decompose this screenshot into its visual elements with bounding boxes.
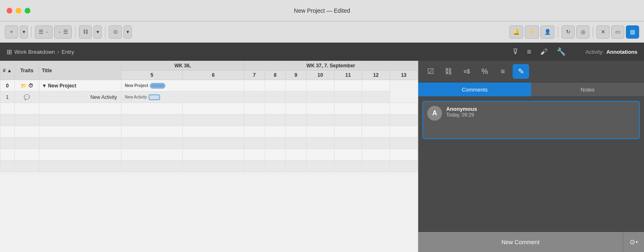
secondary-toolbar: ⊞ Work Breakdown › Entry ⊽ ≡ 🖌 🔧 Activit… xyxy=(0,43,644,61)
row-0-col9 xyxy=(286,80,307,92)
indent-in-button[interactable]: ☰→ xyxy=(35,25,53,39)
empty-cell xyxy=(334,149,362,160)
main-content: # ▲ Traits Title WK 36, WK 37, 7. Septem… xyxy=(0,61,644,252)
row-0-col12 xyxy=(362,80,390,92)
emoji-chevron-icon: ▾ xyxy=(126,29,129,35)
empty-cell xyxy=(121,149,182,160)
indent-out-button[interactable]: ←☰ xyxy=(54,25,72,39)
brush-button[interactable]: 🖌 xyxy=(537,46,551,58)
tab-link-button[interactable]: ⛓ xyxy=(440,64,457,79)
maximize-button[interactable] xyxy=(25,8,30,14)
empty-cell xyxy=(14,137,39,149)
hash-header: # ▲ xyxy=(0,61,15,80)
link-dropdown-button[interactable]: ▾ xyxy=(94,25,102,39)
chevron-down-icon: ▾ xyxy=(23,29,25,35)
empty-cell xyxy=(183,115,244,126)
person-button[interactable]: 👤 xyxy=(541,25,555,39)
notes-tab-label: Notes xyxy=(581,87,595,93)
empty-cell xyxy=(244,137,265,149)
tab-comments[interactable]: Comments xyxy=(418,82,531,96)
separator-2 xyxy=(75,26,76,38)
col-9: 9 xyxy=(286,71,307,80)
notification-group: 🔔 ⚡ 👤 xyxy=(509,25,555,39)
wbs-icon: ⊞ xyxy=(7,48,12,56)
breadcrumb-part2: Entry xyxy=(62,49,74,55)
empty-cell xyxy=(286,149,307,160)
add-button[interactable]: + xyxy=(5,25,18,39)
indent-in-arrow: → xyxy=(45,30,49,34)
empty-cell xyxy=(0,126,15,137)
sync-group: ↻ ◎ xyxy=(561,25,589,39)
new-comment-button[interactable]: New Comment xyxy=(418,232,623,252)
emoji-group: ⊙ ▾ xyxy=(109,25,132,39)
link-icon: ⛓ xyxy=(445,67,452,76)
sidebar-button[interactable]: ▧ xyxy=(626,25,639,39)
empty-cell xyxy=(390,115,418,126)
breadcrumb: ⊞ Work Breakdown › Entry xyxy=(7,48,509,56)
sync-button[interactable]: ↻ xyxy=(561,25,575,39)
empty-cell xyxy=(39,160,121,172)
empty-cell xyxy=(121,103,182,115)
add-group: + ▾ xyxy=(5,25,28,39)
empty-cell xyxy=(286,103,307,115)
list-icon: ≡ xyxy=(501,67,505,76)
col-8: 8 xyxy=(265,71,286,80)
lightning-button[interactable]: ⚡ xyxy=(525,25,539,39)
screen-button[interactable]: ▭ xyxy=(611,25,624,39)
compass-button[interactable]: ◎ xyxy=(576,25,589,39)
empty-cell xyxy=(306,160,334,172)
bell-button[interactable]: 🔔 xyxy=(509,25,523,39)
compass-icon: ◎ xyxy=(581,29,585,35)
row-1-col8 xyxy=(265,92,286,103)
comment-time: Today, 09:29 xyxy=(446,112,635,118)
empty-cell xyxy=(362,160,390,172)
columns-icon: ≡ xyxy=(527,48,532,56)
empty-cell xyxy=(362,103,390,115)
checklist-icon: ☑ xyxy=(427,67,434,76)
empty-cell xyxy=(183,137,244,149)
empty-cell xyxy=(265,126,286,137)
link-button[interactable]: ⛓ xyxy=(79,25,92,39)
comment-options-button[interactable]: ⊙ ▾ xyxy=(623,232,644,252)
view-group: ✕ ▭ ▧ xyxy=(596,25,639,39)
filter-icon: ⊽ xyxy=(513,47,518,56)
col-13: 13 xyxy=(390,71,418,80)
activity-value: Annotations xyxy=(606,49,637,55)
empty-cell xyxy=(286,126,307,137)
empty-cell xyxy=(121,137,182,149)
empty-cell xyxy=(183,126,244,137)
tab-percent-button[interactable]: % xyxy=(477,64,493,79)
comments-area: A Anonymous Today, 09:29 xyxy=(418,97,644,231)
emoji-button[interactable]: ⊙ xyxy=(109,25,122,39)
tab-edit-button[interactable]: ✎ xyxy=(513,64,529,79)
filter-button[interactable]: ⊽ xyxy=(509,46,521,58)
tab-cost-button[interactable]: ≡$ xyxy=(458,64,475,79)
comment-footer: New Comment ⊙ ▾ xyxy=(418,231,644,252)
row-0-title: ▼ New Project xyxy=(39,80,121,92)
indent-group: ☰→ ←☰ xyxy=(35,25,72,39)
empty-cell xyxy=(334,160,362,172)
comment-text-input[interactable] xyxy=(446,120,635,133)
avatar-letter: A xyxy=(432,110,437,117)
tab-notes[interactable]: Notes xyxy=(531,82,644,96)
col-5: 5 xyxy=(121,71,182,80)
tab-list-button[interactable]: ≡ xyxy=(495,64,511,79)
table-row: 0 📁 ⏱ ▼ New Project New Project xyxy=(0,80,418,92)
separator-5 xyxy=(593,26,593,38)
empty-cell xyxy=(244,160,265,172)
new-comment-label: New Comment xyxy=(502,239,540,245)
breadcrumb-part1: Work Breakdown xyxy=(14,49,55,55)
tools-button[interactable]: ✕ xyxy=(596,25,610,39)
empty-cell xyxy=(0,137,15,149)
close-button[interactable] xyxy=(7,8,12,14)
empty-cell xyxy=(362,137,390,149)
columns-button[interactable]: ≡ xyxy=(524,46,535,58)
minimize-button[interactable] xyxy=(16,8,21,14)
title-header: Title xyxy=(39,61,121,80)
add-dropdown-button[interactable]: ▾ xyxy=(20,25,28,39)
empty-cell xyxy=(265,137,286,149)
wrench-button[interactable]: 🔧 xyxy=(553,46,569,58)
emoji-dropdown-button[interactable]: ▾ xyxy=(124,25,132,39)
tab-checklist-button[interactable]: ☑ xyxy=(422,64,439,79)
table-row xyxy=(0,137,418,149)
